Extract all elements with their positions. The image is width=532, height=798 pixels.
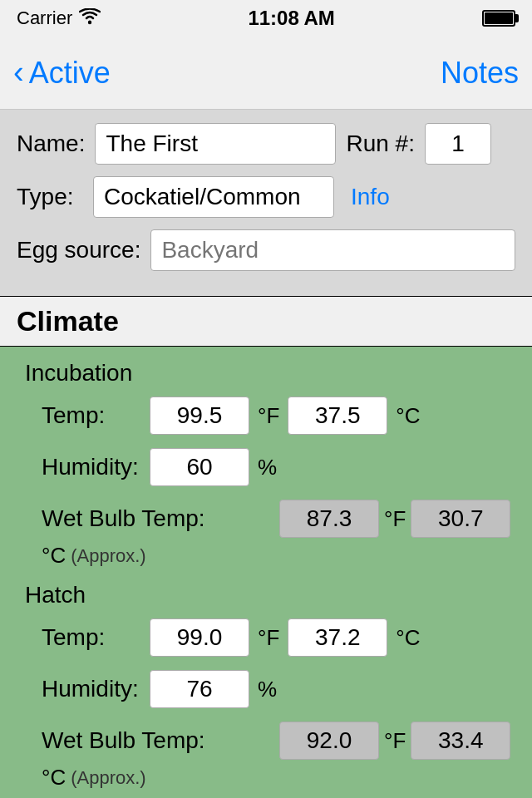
run-label: Run #: [346, 131, 415, 157]
incubation-humidity-unit: % [258, 455, 277, 480]
hatch-humidity-label: Humidity: [42, 676, 141, 702]
incubation-humidity-input[interactable] [150, 448, 249, 486]
type-row: Type: Info [17, 176, 515, 218]
carrier-wifi: Carrier [17, 7, 101, 29]
back-label: Active [29, 56, 111, 91]
carrier-label: Carrier [17, 7, 72, 29]
incubation-wetbulb-row: Wet Bulb Temp: 87.3 °F 30.7 °C (Approx.) [42, 500, 515, 569]
nav-bar: ‹ Active Notes [0, 37, 532, 110]
type-input[interactable] [93, 176, 334, 218]
back-button[interactable]: ‹ Active [13, 55, 111, 91]
notes-label: Notes [441, 56, 519, 90]
incubation-wetbulb-approx: (Approx.) [71, 545, 145, 567]
notes-button[interactable]: Notes [441, 56, 519, 91]
incubation-wetbulb-f-unit: °F [384, 506, 406, 532]
climate-title: Climate [17, 305, 119, 337]
svg-point-0 [88, 20, 91, 23]
climate-header: Climate [0, 296, 532, 347]
hatch-temp-c-unit: °C [396, 625, 420, 651]
incubation-wetbulb-c-unit: °C [42, 543, 66, 569]
name-run-row: Name: Run #: [17, 123, 515, 165]
hatch-wetbulb-f-unit: °F [384, 728, 406, 754]
incubation-temp-c-unit: °C [396, 403, 420, 429]
incubation-wetbulb-label: Wet Bulb Temp: [42, 505, 274, 532]
hatch-humidity-input[interactable] [150, 670, 249, 708]
type-label: Type: [17, 184, 83, 210]
incubation-temp-f-unit: °F [258, 403, 279, 429]
incubation-temp-f-input[interactable] [150, 397, 249, 435]
hatch-humidity-row: Humidity: % [42, 670, 515, 708]
back-chevron-icon: ‹ [13, 55, 24, 91]
incubation-label: Incubation [25, 360, 515, 387]
incubation-humidity-row: Humidity: % [42, 448, 515, 486]
wifi-icon [79, 8, 101, 29]
name-label: Name: [17, 131, 85, 157]
hatch-temp-f-input[interactable] [150, 618, 249, 657]
hatch-temp-label: Temp: [42, 624, 141, 651]
hatch-temp-c-input[interactable] [288, 618, 387, 657]
incubation-temp-label: Temp: [42, 402, 141, 429]
status-bar: Carrier 11:08 AM [0, 0, 532, 37]
name-input[interactable] [95, 123, 336, 165]
incubation-humidity-label: Humidity: [42, 454, 141, 480]
incubation-wetbulb-c: 30.7 [411, 500, 510, 538]
hatch-humidity-unit: % [258, 677, 277, 702]
info-button[interactable]: Info [351, 184, 390, 210]
hatch-wetbulb-f: 92.0 [279, 722, 379, 760]
hatch-label: Hatch [25, 582, 515, 608]
hatch-wetbulb-c-unit: °C [42, 765, 66, 791]
form-area: Name: Run #: Type: Info Egg source: [0, 110, 532, 296]
run-input[interactable] [425, 123, 491, 165]
incubation-temp-c-input[interactable] [288, 397, 387, 435]
hatch-wetbulb-row: Wet Bulb Temp: 92.0 °F 33.4 °C (Approx.) [42, 722, 515, 791]
hatch-wetbulb-c: 33.4 [411, 722, 510, 760]
egg-row: Egg source: [17, 229, 515, 271]
hatch-temp-row: Temp: °F °C [42, 618, 515, 657]
climate-area: Incubation Temp: °F °C Humidity: % Wet B… [0, 347, 532, 798]
hatch-temp-f-unit: °F [258, 625, 279, 651]
hatch-wetbulb-label: Wet Bulb Temp: [42, 727, 274, 754]
egg-label: Egg source: [17, 237, 140, 264]
incubation-wetbulb-f: 87.3 [279, 500, 379, 538]
battery-indicator [482, 10, 515, 27]
status-time: 11:08 AM [248, 7, 334, 30]
egg-input[interactable] [150, 229, 515, 271]
hatch-wetbulb-approx: (Approx.) [71, 767, 145, 789]
incubation-temp-row: Temp: °F °C [42, 397, 515, 435]
